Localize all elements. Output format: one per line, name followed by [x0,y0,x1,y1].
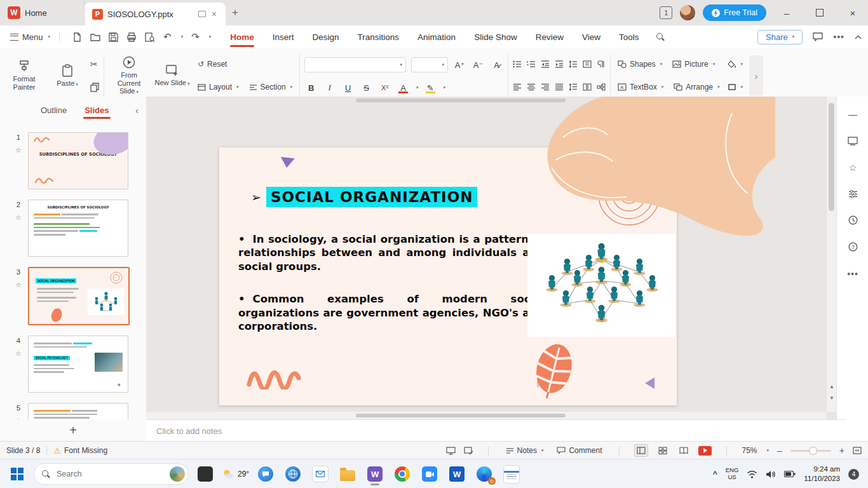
vertical-scrollbar[interactable]: ▲ ▼ [826,97,837,412]
slide-sorter-view-button[interactable] [656,445,669,456]
redo-caret-icon[interactable]: ▾ [209,34,212,39]
window-count-badge[interactable]: 1 [660,6,672,19]
slide-thumbnail-3[interactable]: SOCIAL ORGANIZATION [28,267,130,325]
slide-thumbnail-2[interactable]: SUBDISCIPLINES OF SOCIOLOGY [28,200,128,257]
hidden-icons-chevron[interactable]: ^ [713,470,717,478]
tab-slide-show[interactable]: Slide Show [473,27,519,47]
superscript-button[interactable]: X² [378,81,391,94]
triangle-decoration[interactable] [645,377,654,389]
slide-thumbnail-1[interactable]: SUBDISCIPLINES OF SOCIOLOGY [28,132,128,189]
from-current-slide-button[interactable]: From Current Slide▾ [109,51,149,100]
home-tab[interactable]: W Home [0,0,85,25]
taskbar-app-chrome[interactable] [391,462,413,486]
more-options-icon[interactable]: ••• [833,32,844,42]
reset-button[interactable]: ↺Reset [195,58,295,70]
align-right-icon[interactable] [541,83,550,91]
hand-illustration[interactable] [541,97,775,241]
tab-review[interactable]: Review [534,27,565,47]
strikethrough-button[interactable]: S [360,81,373,94]
underline-button[interactable]: U [341,81,355,94]
wifi-icon[interactable] [747,470,757,478]
zoom-in-button[interactable]: + [839,445,844,456]
slide-title-textbox[interactable]: ➢ SOCIAL ORGANIZATION [251,187,477,207]
tab-view[interactable]: View [581,27,602,47]
minimize-button[interactable]: – [774,0,799,25]
notes-toggle-button[interactable]: Notes▾ [503,445,546,456]
leaf-decoration[interactable] [528,342,579,400]
tab-tools[interactable]: Tools [618,27,641,47]
notes-pane[interactable]: Click to add notes [146,419,846,442]
tab-animation[interactable]: Animation [416,27,457,47]
highlight-caret-icon[interactable]: ▾ [444,85,446,90]
document-tab[interactable]: P SIOSOLOGY.pptx × [85,3,226,25]
slide-canvas[interactable]: ➢ SOCIAL ORGANIZATION •In sociology, a s… [146,97,826,412]
animation-star-icon[interactable]: ☆ [15,281,22,289]
clear-format-icon[interactable]: A̷ [490,58,503,71]
font-color-caret-icon[interactable]: ▾ [416,85,419,90]
print-icon[interactable] [126,32,137,42]
previous-slide-button[interactable]: ▲ [827,384,837,390]
normal-view-button[interactable] [634,444,648,457]
font-color-button[interactable]: A [397,81,410,94]
horizontal-scrollbar[interactable] [146,412,826,419]
search-icon[interactable] [656,33,665,41]
tab-home[interactable]: Home [229,27,255,47]
favorites-icon[interactable]: ☆ [849,163,857,173]
shape-outline-button[interactable]: ▾ [725,82,746,92]
numbered-list-icon[interactable] [527,60,536,68]
bullet-list-icon[interactable] [513,60,522,68]
animation-star-icon[interactable]: ☆ [15,349,22,358]
decrease-indent-icon[interactable] [541,60,550,68]
save-icon[interactable] [109,32,118,42]
weather-widget[interactable]: 29° [222,468,249,480]
fit-to-window-icon[interactable] [853,447,862,454]
taskbar-app-browser[interactable] [282,462,304,486]
redo-icon[interactable]: ↷ [191,31,200,43]
start-button[interactable] [6,463,28,485]
taskbar-app-notepad[interactable] [501,462,522,486]
zoom-slider[interactable] [790,450,831,452]
textbox-button[interactable]: A TextBox▾ [615,81,666,93]
justify-icon[interactable] [555,83,564,91]
taskbar-app-chat[interactable] [255,462,276,486]
columns-icon[interactable] [583,83,592,91]
detach-tab-icon[interactable] [198,11,206,17]
more-panes-icon[interactable]: ••• [847,269,858,279]
slide-design-icon[interactable] [848,137,858,146]
language-indicator[interactable]: ENGUS [726,467,739,481]
increase-font-icon[interactable]: A⁺ [453,58,466,71]
scrollbar-thumb[interactable] [356,414,566,417]
taskbar-app-edge[interactable]: D [473,462,495,486]
font-missing-label[interactable]: Font Missing [64,446,107,455]
maximize-button[interactable] [807,0,832,25]
cut-icon[interactable]: ✂ [90,59,99,69]
font-name-combo[interactable]: ▾ [304,57,406,72]
taskbar-app-mail[interactable] [309,462,331,486]
reading-view-button[interactable] [677,445,690,456]
animation-star-icon[interactable]: ☆ [15,214,22,222]
volume-icon[interactable] [766,470,776,478]
taskbar-app-explorer[interactable] [337,462,358,486]
text-spacing-icon[interactable] [569,60,578,68]
paste-button[interactable]: Paste▾ [47,51,88,100]
text-direction-icon[interactable] [583,60,592,68]
slides-tab[interactable]: Slides [83,99,110,121]
settings-sliders-icon[interactable] [848,190,858,198]
tab-design[interactable]: Design [311,27,341,47]
arrange-button[interactable]: Arrange▾ [671,81,722,93]
search-input[interactable] [55,469,165,479]
people-network-image[interactable] [527,234,675,337]
taskbar-app-terminal[interactable] [194,462,216,486]
collapse-ribbon-icon[interactable] [855,35,862,39]
taskbar-search[interactable] [34,463,189,485]
line-spacing-icon[interactable] [569,83,578,91]
slide-thumbnail-4[interactable]: SOCIAL PSYCHOLOGY ✦ [28,336,128,393]
animation-star-icon[interactable]: ☆ [15,146,22,154]
format-painter-button[interactable]: Format Painter [4,51,44,100]
battery-icon[interactable] [784,471,796,477]
triangle-decoration[interactable] [280,157,295,168]
hide-pane-icon[interactable]: — [848,109,857,119]
tab-transitions[interactable]: Transitions [356,27,401,47]
slide-thumbnail-5[interactable] [28,403,128,419]
help-icon[interactable]: ? [848,242,858,252]
